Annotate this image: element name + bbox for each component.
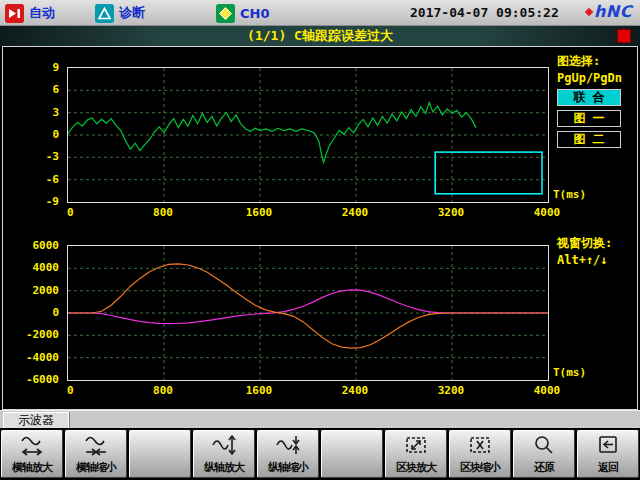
sync-error-plot[interactable] [67,67,549,203]
series-C [68,290,548,324]
alarm-bar: (1/1) C轴跟踪误差过大 [0,26,640,46]
hzoom-in-button[interactable]: 横轴放大 [1,430,63,478]
sync-error-chart-block: E(Z-C)um 同步误差: Max: 4.366 um Min: -3.710… [3,47,636,225]
block-zoom-in-button[interactable]: 区块放大 [385,430,447,478]
chart-option-chart2[interactable]: 图 二 [557,131,621,148]
x-tick-label: 1600 [246,206,273,219]
x-tick-label: 2400 [342,384,369,397]
blank-softkey-1[interactable] [129,430,191,478]
top-bar: 自动 诊断 CH0 2017-04-07 09:05:22 hNC [0,0,640,26]
chart-select-group: 图选择: PgUp/PgDn 联 合 图 一 图 二 [555,53,622,148]
chart-select-title: 图选择: [557,53,622,70]
y-tick-label: 0 [3,128,59,141]
block-zoom-out-label: 区块缩小 [450,460,510,475]
alarm-message: (1/1) C轴跟踪误差过大 [247,27,393,45]
y-tick-label: 9 [3,61,59,74]
window-switch-keys: Alt+↑/↓ [557,253,612,267]
x-tick-label: 800 [153,384,173,397]
y-tick-label: -6000 [3,373,59,386]
x-tick-label: 3200 [438,384,465,397]
sync-error-x-axis: 08001600240032004000 [67,206,587,220]
back-button[interactable]: 返回 [577,430,639,478]
hzoom-out-label: 横轴缩小 [66,460,126,475]
alarm-indicator-light [617,29,631,43]
mode-auto-button[interactable]: 自动 [5,3,55,23]
x-tick-label: 1600 [246,384,273,397]
chart-option-combined[interactable]: 联 合 [557,89,621,106]
bottom-tab-bar: 示波器 [0,410,640,428]
y-tick-label: -4000 [3,351,59,364]
back-label: 返回 [578,460,638,475]
speed-y-axis: 6000400020000-2000-4000-6000 [3,245,61,381]
auto-mode-icon [5,4,24,23]
chart-select-keys: PgUp/PgDn [557,71,622,85]
reset-view-label: 还原 [514,460,574,475]
x-tick-label: 0 [67,384,74,397]
vzoom-in-label: 纵轴放大 [194,460,254,475]
y-tick-label: -6 [3,173,59,186]
horizontal-zoom-out-icon [83,433,109,461]
auto-mode-label: 自动 [29,4,55,22]
x-tick-label: 0 [67,206,74,219]
vzoom-out-button[interactable]: 纵轴缩小 [257,430,319,478]
x-tick-label: 3200 [438,206,465,219]
vertical-zoom-out-icon [275,433,301,461]
blank-softkey-2[interactable] [321,430,383,478]
back-return-icon [595,433,621,461]
y-tick-label: -3 [3,150,59,163]
speed-chart-block: Z (mm/min) / C (r/min) 6000400020000-200… [3,225,636,409]
y-tick-label: 6000 [3,239,59,252]
speed-x-axis: 08001600240032004000 [67,384,587,398]
magnifier-reset-icon [531,433,557,461]
hzoom-out-button[interactable]: 横轴缩小 [65,430,127,478]
hnc-logo-text: hNC [594,2,632,21]
block-zoom-out-button[interactable]: 区块缩小 [449,430,511,478]
softkey-toolbar: 横轴放大 横轴缩小 纵轴放大 [0,428,640,480]
block-zoom-in-label: 区块放大 [386,460,446,475]
y-tick-label: 4000 [3,261,59,274]
hnc-logo: hNC [586,2,632,21]
hzoom-in-label: 横轴放大 [2,460,62,475]
channel-button[interactable]: CH0 [216,3,269,23]
block-zoom-in-icon [403,433,429,461]
chart-option-chart1[interactable]: 图 一 [557,110,621,127]
diagnosis-icon [95,4,114,23]
channel-label: CH0 [240,6,269,21]
tab-oscilloscope[interactable]: 示波器 [3,412,69,428]
y-tick-label: -2000 [3,328,59,341]
window-switch-group: 视窗切换: Alt+↑/↓ [555,235,612,268]
y-tick-label: 6 [3,83,59,96]
vzoom-out-label: 纵轴缩小 [258,460,318,475]
speed-plot[interactable] [67,245,549,381]
datetime-display: 2017-04-07 09:05:22 [410,5,559,20]
sync-error-y-axis: 9630-3-6-9 [3,67,61,203]
series-E(Z-C) [68,103,476,163]
y-tick-label: 0 [3,306,59,319]
x-tick-label: 2400 [342,206,369,219]
reset-view-button[interactable]: 还原 [513,430,575,478]
diagnosis-button[interactable]: 诊断 [95,3,145,23]
horizontal-zoom-in-icon [19,433,45,461]
channel-icon [216,4,235,23]
y-tick-label: -9 [3,195,59,208]
y-tick-label: 3 [3,106,59,119]
cnc-scope-screen: 自动 诊断 CH0 2017-04-07 09:05:22 hNC (1/1) … [0,0,640,480]
window-switch-title: 视窗切换: [557,235,612,252]
selection-rectangle[interactable] [435,152,542,194]
vzoom-in-button[interactable]: 纵轴放大 [193,430,255,478]
right-panel: 图选择: PgUp/PgDn 联 合 图 一 图 二 视窗切换: Alt+↑/↓ [555,47,637,411]
y-tick-label: 2000 [3,284,59,297]
diagnosis-label: 诊断 [119,4,145,22]
hnc-logo-accent [585,7,593,15]
vertical-zoom-in-icon [211,433,237,461]
block-zoom-out-icon [467,433,493,461]
oscilloscope-area: E(Z-C)um 同步误差: Max: 4.366 um Min: -3.710… [2,46,638,410]
x-tick-label: 800 [153,206,173,219]
grid-lines [68,68,548,202]
